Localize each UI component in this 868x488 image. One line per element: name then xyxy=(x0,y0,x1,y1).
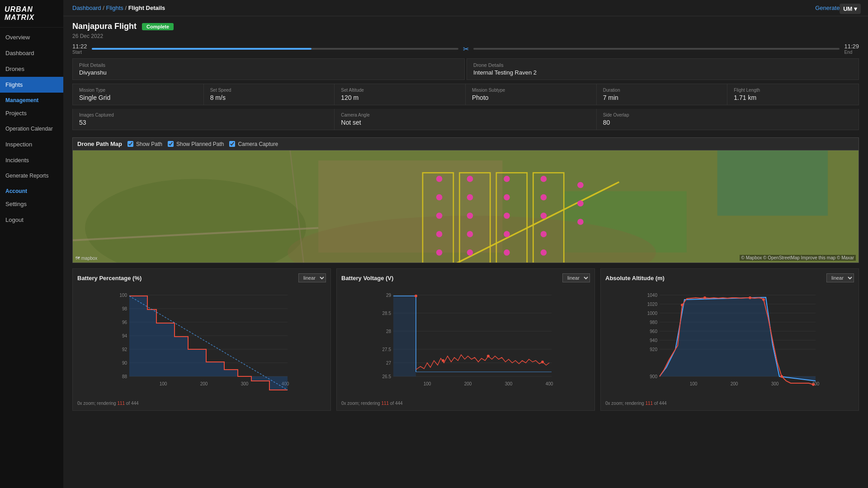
absolute-altitude-footer: 0x zoom; rendering 111 of 444 xyxy=(605,401,854,406)
svg-text:1040: 1040 xyxy=(647,293,658,298)
svg-point-16 xyxy=(436,249,443,256)
mapbox-logo: 🗺 mapbox xyxy=(75,256,97,261)
absolute-altitude-svg: 1040 1020 1000 980 960 940 920 900 100 2… xyxy=(605,286,854,399)
metrics-row: Mission Type Single Grid Set Speed 8 m/s… xyxy=(72,84,859,105)
svg-point-36 xyxy=(577,200,584,206)
timeline-row: 11:22 Start ✂ 11:29 End xyxy=(72,43,859,55)
svg-text:90: 90 xyxy=(122,361,127,366)
show-path-checkbox-group: Show Path xyxy=(127,141,162,147)
svg-text:900: 900 xyxy=(650,374,657,379)
sidebar-item-projects[interactable]: Projects xyxy=(0,105,63,121)
sidebar-item-dashboard[interactable]: Dashboard xyxy=(0,45,63,61)
svg-point-15 xyxy=(436,231,443,237)
svg-point-20 xyxy=(467,213,473,219)
sidebar-item-overview[interactable]: Overview xyxy=(0,29,63,45)
svg-point-13 xyxy=(436,194,443,201)
map-section: Drone Path Map Show Path Show Planned Pa… xyxy=(72,137,859,263)
metric-images-captured: Images Captured 53 xyxy=(73,109,335,130)
map-header: Drone Path Map Show Path Show Planned Pa… xyxy=(72,137,859,150)
absolute-altitude-scale-select[interactable]: linear xyxy=(826,273,854,282)
svg-text:1020: 1020 xyxy=(647,302,658,307)
map-title: Drone Path Map xyxy=(77,141,122,147)
svg-point-19 xyxy=(467,194,473,201)
breadcrumb-flights[interactable]: Flights xyxy=(106,5,123,11)
breadcrumb-current: Flight Details xyxy=(128,5,165,11)
metric-duration: Duration 7 min xyxy=(597,84,728,105)
svg-text:300: 300 xyxy=(505,381,513,386)
camera-capture-checkbox-group: Camera Capture xyxy=(229,141,278,147)
sidebar-item-drones[interactable]: Drones xyxy=(0,61,63,77)
svg-text:94: 94 xyxy=(122,333,127,338)
time-end-label: End xyxy=(844,50,859,55)
svg-rect-4 xyxy=(717,150,828,216)
breadcrumb-dashboard[interactable]: Dashboard xyxy=(72,5,101,11)
battery-voltage-scale-select[interactable]: linear xyxy=(562,273,590,282)
logo-text: URBAN MATRIX xyxy=(5,5,34,21)
metric-side-overlap: Side Overlap 80 xyxy=(597,109,859,130)
svg-text:200: 200 xyxy=(731,381,738,386)
metric-camera-angle: Camera Angle Not set xyxy=(335,109,596,130)
flight-path-svg xyxy=(73,150,859,263)
svg-point-99 xyxy=(681,304,684,306)
show-planned-path-label: Show Planned Path xyxy=(176,141,224,147)
svg-point-12 xyxy=(436,176,443,182)
camera-capture-checkbox[interactable] xyxy=(229,141,235,147)
account-section-label: Account xyxy=(0,183,63,196)
svg-point-14 xyxy=(436,213,443,219)
sidebar-item-settings[interactable]: Settings xyxy=(0,196,63,212)
battery-percentage-title: Battery Percentage (%) xyxy=(77,275,142,282)
svg-point-76 xyxy=(487,355,490,357)
svg-point-33 xyxy=(541,249,547,256)
sidebar-item-operation-calendar[interactable]: Operation Calendar xyxy=(0,121,63,136)
show-path-checkbox[interactable] xyxy=(127,141,133,147)
svg-point-21 xyxy=(467,231,473,237)
pilot-details-value: Divyanshu xyxy=(79,69,458,76)
sidebar-item-incidents[interactable]: Incidents xyxy=(0,152,63,168)
user-menu[interactable]: UM ▾ xyxy=(840,4,861,14)
svg-point-24 xyxy=(504,194,510,201)
timeline-bar[interactable] xyxy=(92,48,458,50)
metric-set-speed: Set Speed 8 m/s xyxy=(204,84,335,105)
svg-text:980: 980 xyxy=(650,320,657,325)
info-row: Pilot Details Divyanshu Drone Details In… xyxy=(72,58,859,80)
svg-point-23 xyxy=(504,176,510,182)
sidebar-item-flights[interactable]: Flights xyxy=(0,77,63,93)
battery-percentage-svg: 100 98 96 94 92 90 88 100 200 300 400 xyxy=(77,286,326,399)
svg-point-35 xyxy=(577,182,584,188)
svg-text:400: 400 xyxy=(546,381,553,386)
absolute-altitude-chart-header: Absolute Altitude (m) linear xyxy=(605,273,854,282)
timeline-progress xyxy=(92,48,312,50)
metric-mission-type: Mission Type Single Grid xyxy=(73,84,204,105)
map-attribution: © Mapbox © OpenStreetMap Improve this ma… xyxy=(740,255,856,261)
svg-point-30 xyxy=(541,194,547,201)
sidebar-item-inspection[interactable]: Inspection xyxy=(0,136,63,152)
app-logo: URBAN MATRIX xyxy=(0,0,63,28)
svg-point-22 xyxy=(467,249,473,256)
svg-text:100: 100 xyxy=(690,381,698,386)
svg-point-31 xyxy=(541,213,547,219)
svg-point-101 xyxy=(749,296,751,299)
svg-text:940: 940 xyxy=(650,338,657,343)
metrics-row2: Images Captured 53 Camera Angle Not set … xyxy=(72,109,859,130)
metric-set-altitude: Set Altitude 120 m xyxy=(335,84,466,105)
svg-text:88: 88 xyxy=(122,374,127,379)
sidebar-item-logout[interactable]: Logout xyxy=(0,212,63,228)
absolute-altitude-chart: Absolute Altitude (m) linear xyxy=(600,268,859,411)
map-background xyxy=(73,150,859,263)
svg-point-18 xyxy=(467,176,473,182)
sidebar-item-generate-reports[interactable]: Generate Reports xyxy=(0,168,63,183)
breadcrumb: Dashboard / Flights / Flight Details xyxy=(72,5,165,11)
drone-details-value: Internal Testing Raven 2 xyxy=(473,69,852,76)
show-planned-path-checkbox[interactable] xyxy=(168,141,174,147)
time-start-label: Start xyxy=(72,50,87,55)
absolute-altitude-title: Absolute Altitude (m) xyxy=(605,275,665,282)
flight-date: 26 Dec 2022 xyxy=(72,33,859,39)
svg-point-32 xyxy=(541,231,547,237)
svg-text:960: 960 xyxy=(650,329,657,334)
svg-text:200: 200 xyxy=(464,381,472,386)
map-container[interactable]: 🗺 mapbox © Mapbox © OpenStreetMap Improv… xyxy=(72,150,859,263)
battery-percentage-scale-select[interactable]: linear xyxy=(298,273,326,282)
svg-point-74 xyxy=(415,295,417,297)
main-content: Dashboard / Flights / Flight Details Gen… xyxy=(63,0,868,488)
absolute-altitude-chart-area: 1040 1020 1000 980 960 940 920 900 100 2… xyxy=(605,286,854,399)
